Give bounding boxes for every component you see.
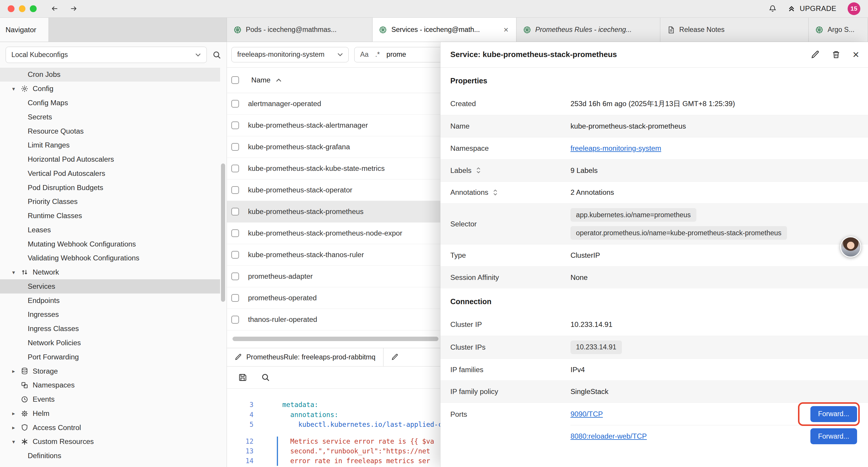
zoom-window-button[interactable] (30, 5, 36, 12)
sidebar-item-storage[interactable]: ▸Storage (0, 364, 220, 378)
section-heading-connection: Connection (440, 289, 868, 314)
chevron-right-icon[interactable]: ▸ (12, 410, 21, 416)
chevron-right-icon[interactable]: ▸ (12, 368, 21, 374)
sidebar-item-priority-classes[interactable]: Priority Classes (0, 195, 220, 209)
row-checkbox[interactable] (231, 186, 239, 194)
sidebar-scrollbar[interactable] (221, 164, 225, 302)
sidebar-item-label: Ingress Classes (28, 324, 79, 333)
sidebar-item-custom-resources[interactable]: ▾Custom Resources (0, 435, 220, 449)
namespace-filter-select[interactable]: freeleaps-monitoring-system (231, 47, 349, 62)
save-icon[interactable] (238, 373, 247, 382)
property-row-session-affinity: Session AffinityNone (440, 266, 868, 289)
sidebar-item-config-maps[interactable]: Config Maps (0, 96, 220, 110)
row-checkbox[interactable] (231, 165, 239, 172)
sidebar-item-horizontal-pod-autoscalers[interactable]: Horizontal Pod Autoscalers (0, 152, 220, 167)
kubeconfig-select[interactable]: Local Kubeconfigs (6, 47, 207, 63)
editor-search-icon[interactable] (261, 373, 270, 382)
sidebar-item-services[interactable]: Services (0, 279, 220, 293)
row-checkbox[interactable] (231, 272, 239, 280)
sidebar-item-config[interactable]: ▾Config (0, 82, 220, 96)
property-text: SingleStack (570, 387, 609, 396)
port-link[interactable]: 8080:reloader-web/TCP (570, 432, 647, 440)
property-label-text: Annotations (450, 188, 488, 197)
tab-services-icecheng-math[interactable]: Services - icecheng@math...× (373, 18, 517, 42)
sidebar-item-runtime-classes[interactable]: Runtime Classes (0, 209, 220, 223)
sidebar-item-validating-webhook-configurations[interactable]: Validating Webhook Configurations (0, 251, 220, 265)
sidebar-item-secrets[interactable]: Secrets (0, 110, 220, 124)
sidebar-item-resource-quotas[interactable]: Resource Quotas (0, 124, 220, 138)
sidebar-item-access-control[interactable]: ▸Access Control (0, 420, 220, 435)
editor-tab-prometheusrule[interactable]: PrometheusRule: freeleaps-prod-rabbitmq (227, 348, 383, 367)
sidebar-item-ingresses[interactable]: Ingresses (0, 308, 220, 322)
service-name: prometheus-operated (248, 294, 317, 302)
sidebar-item-vertical-pod-autoscalers[interactable]: Vertical Pod Autoscalers (0, 167, 220, 181)
property-label: Selector (450, 220, 570, 228)
tab-argo-s[interactable]: Argo S... (809, 18, 868, 42)
sidebar-item-cron-jobs[interactable]: Cron Jobs (0, 68, 220, 82)
row-checkbox[interactable] (231, 229, 239, 237)
sidebar-item-leases[interactable]: Leases (0, 223, 220, 237)
property-row-name: Namekube-prometheus-stack-prometheus (440, 115, 868, 137)
service-name: thanos-ruler-operated (248, 315, 317, 324)
horizontal-scrollbar[interactable] (232, 337, 438, 341)
select-all-checkbox[interactable] (231, 76, 239, 84)
sidebar-item-pod-disruption-budgets[interactable]: Pod Disruption Budgets (0, 181, 220, 195)
sidebar-item-limit-ranges[interactable]: Limit Ranges (0, 138, 220, 152)
sidebar-item-namespaces[interactable]: Namespaces (0, 378, 220, 392)
sort-ascending-icon[interactable] (276, 79, 282, 82)
search-icon[interactable] (212, 51, 221, 59)
sidebar-item-port-forwarding[interactable]: Port Forwarding (0, 350, 220, 364)
row-checkbox[interactable] (231, 143, 239, 151)
chevron-down-icon[interactable]: ▾ (12, 86, 21, 92)
expand-toggle-icon[interactable] (476, 167, 481, 174)
row-checkbox[interactable] (231, 316, 239, 323)
sidebar-item-helm[interactable]: ▸Helm (0, 406, 220, 420)
kubeconfig-select-value: Local Kubeconfigs (11, 51, 68, 59)
notification-badge[interactable]: 15 (848, 2, 860, 15)
fold-gutter (253, 400, 282, 410)
sidebar-item-ingress-classes[interactable]: Ingress Classes (0, 322, 220, 336)
sidebar-item-mutating-webhook-configurations[interactable]: Mutating Webhook Configurations (0, 237, 220, 251)
forward-arrow-icon[interactable] (70, 5, 78, 12)
forward-button-wrap: Forward... (810, 428, 857, 444)
sidebar-item-network[interactable]: ▾Network (0, 265, 220, 279)
close-tab-icon[interactable]: × (502, 25, 509, 35)
notifications-bell-icon[interactable] (769, 5, 776, 12)
navigator-tab[interactable]: Navigator (0, 18, 49, 42)
property-value: 9090/TCPForward...8080:reloader-web/TCPF… (570, 403, 858, 447)
tab-release-notes[interactable]: Release Notes (660, 18, 809, 42)
chevron-right-icon[interactable]: ▸ (12, 425, 21, 431)
minimize-window-button[interactable] (19, 5, 25, 12)
sidebar-item-network-policies[interactable]: Network Policies (0, 336, 220, 350)
forward-button[interactable]: Forward... (810, 428, 857, 444)
chevron-down-icon[interactable]: ▾ (12, 269, 21, 275)
sidebar-item-definitions[interactable]: Definitions (0, 449, 220, 463)
tab-prometheus-rules-icecheng[interactable]: Prometheus Rules - icecheng... (517, 18, 660, 42)
upgrade-button[interactable]: UPGRADE (788, 4, 837, 13)
row-checkbox[interactable] (231, 121, 239, 129)
service-name: kube-prometheus-stack-grafana (248, 143, 350, 151)
row-checkbox[interactable] (231, 294, 239, 302)
delete-trash-icon[interactable] (832, 50, 840, 59)
match-case-toggle[interactable]: Aa (360, 51, 369, 59)
close-window-button[interactable] (8, 5, 14, 12)
sidebar-item-events[interactable]: Events (0, 392, 220, 406)
row-checkbox[interactable] (231, 251, 239, 259)
regex-toggle[interactable]: .* (375, 51, 380, 59)
forward-button[interactable]: Forward... (810, 406, 857, 422)
name-column-header[interactable]: Name (251, 76, 271, 84)
row-checkbox[interactable] (231, 208, 239, 215)
port-link[interactable]: 9090/TCP (570, 410, 603, 418)
tab-pods-icecheng-mathmas[interactable]: Pods - icecheng@mathmas... (227, 18, 373, 42)
row-checkbox[interactable] (231, 100, 239, 108)
back-arrow-icon[interactable] (51, 5, 59, 12)
property-label-text: Name (450, 122, 469, 130)
edit-pencil-icon[interactable] (811, 50, 819, 59)
expand-toggle-icon[interactable] (493, 189, 498, 196)
property-value: None (570, 269, 858, 286)
sidebar-item-endpoints[interactable]: Endpoints (0, 293, 220, 308)
close-drawer-icon[interactable]: × (852, 49, 859, 60)
property-text: 253d 16h 6m ago (2025年1月13日 GMT+8 1:25:3… (570, 99, 735, 109)
namespace-link[interactable]: freeleaps-monitoring-system (570, 144, 661, 152)
chevron-down-icon[interactable]: ▾ (12, 439, 21, 445)
